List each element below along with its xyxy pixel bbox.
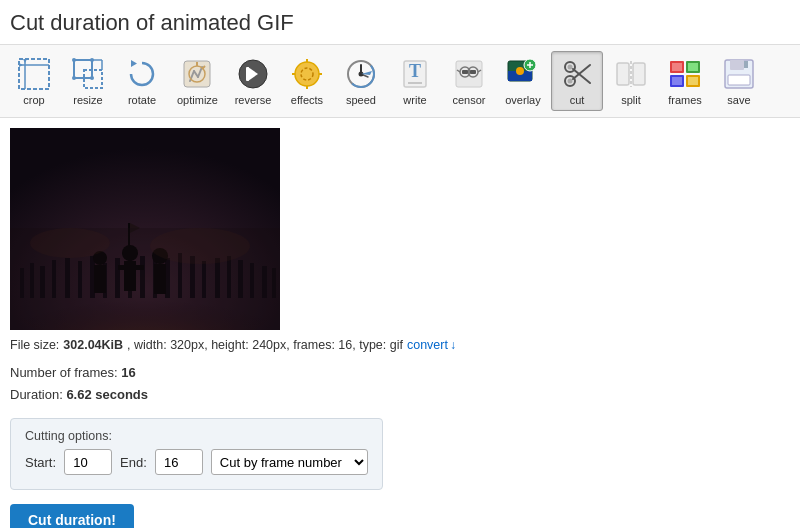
censor-icon xyxy=(451,56,487,92)
convert-link[interactable]: convert ↓ xyxy=(407,338,456,352)
frames-stat-label: Number of frames: xyxy=(10,365,121,380)
speed-icon xyxy=(343,56,379,92)
tool-write[interactable]: T write xyxy=(389,51,441,111)
rotate-label: rotate xyxy=(128,94,156,106)
svg-rect-68 xyxy=(688,63,698,71)
frames-stat-value: 16 xyxy=(121,365,135,380)
frames-stat: Number of frames: 16 xyxy=(10,362,790,384)
svg-point-11 xyxy=(72,76,76,80)
svg-rect-46 xyxy=(470,70,476,74)
tool-split[interactable]: split xyxy=(605,51,657,111)
svg-point-9 xyxy=(72,58,76,62)
optimize-icon xyxy=(179,56,215,92)
svg-rect-23 xyxy=(246,67,249,81)
split-label: split xyxy=(621,94,641,106)
start-input[interactable] xyxy=(64,449,112,475)
tool-cut[interactable]: cut xyxy=(551,51,603,111)
stats: Number of frames: 16 Duration: 6.62 seco… xyxy=(10,362,790,406)
svg-marker-3 xyxy=(23,59,27,63)
cutting-options-label: Cutting options: xyxy=(25,429,368,443)
censor-label: censor xyxy=(452,94,485,106)
frames-label: frames xyxy=(668,94,702,106)
main-content: File size: 302.04KiB , width: 320px, hei… xyxy=(0,118,800,528)
end-input[interactable] xyxy=(155,449,203,475)
duration-stat: Duration: 6.62 seconds xyxy=(10,384,790,406)
tool-save[interactable]: save xyxy=(713,51,765,111)
svg-point-10 xyxy=(90,58,94,62)
end-label: End: xyxy=(120,455,147,470)
save-label: save xyxy=(727,94,750,106)
svg-rect-70 xyxy=(688,77,698,85)
write-icon: T xyxy=(397,56,433,92)
svg-rect-60 xyxy=(617,63,629,85)
cut-label: cut xyxy=(570,94,585,106)
toolbar: crop resize rotate xyxy=(0,45,800,118)
gif-canvas xyxy=(10,128,280,330)
svg-rect-67 xyxy=(672,63,682,71)
svg-rect-74 xyxy=(728,75,750,85)
file-size-label: File size: xyxy=(10,338,59,352)
reverse-label: reverse xyxy=(235,94,272,106)
tool-optimize[interactable]: optimize xyxy=(170,51,225,111)
cut-duration-button[interactable]: Cut duration! xyxy=(10,504,134,528)
svg-marker-4 xyxy=(19,63,23,67)
svg-point-12 xyxy=(90,76,94,80)
cut-mode-select[interactable]: Cut by frame number Cut by time (seconds… xyxy=(211,449,368,475)
gif-preview xyxy=(10,128,280,330)
svg-rect-69 xyxy=(672,77,682,85)
crop-icon xyxy=(16,56,52,92)
svg-point-24 xyxy=(295,62,319,86)
resize-label: resize xyxy=(73,94,102,106)
cutting-row: Start: End: Cut by frame number Cut by t… xyxy=(25,449,368,475)
file-details: , width: 320px, height: 240px, frames: 1… xyxy=(127,338,403,352)
convert-label: convert xyxy=(407,338,448,352)
svg-rect-45 xyxy=(462,70,468,74)
tool-speed[interactable]: speed xyxy=(335,51,387,111)
effects-label: effects xyxy=(291,94,323,106)
reverse-icon xyxy=(235,56,271,92)
crop-label: crop xyxy=(23,94,44,106)
frames-icon xyxy=(667,56,703,92)
convert-icon: ↓ xyxy=(450,338,456,352)
split-icon xyxy=(613,56,649,92)
page-title: Cut duration of animated GIF xyxy=(0,0,800,45)
svg-rect-61 xyxy=(633,63,645,85)
tool-censor[interactable]: censor xyxy=(443,51,495,111)
tool-resize[interactable]: resize xyxy=(62,51,114,111)
speed-label: speed xyxy=(346,94,376,106)
file-size-value: 302.04KiB xyxy=(63,338,123,352)
cut-icon xyxy=(559,56,595,92)
svg-rect-72 xyxy=(730,60,744,70)
svg-point-56 xyxy=(567,79,572,84)
overlay-label: overlay xyxy=(505,94,540,106)
write-label: write xyxy=(403,94,426,106)
rotate-icon xyxy=(124,56,160,92)
file-info: File size: 302.04KiB , width: 320px, hei… xyxy=(10,338,790,352)
svg-point-57 xyxy=(567,65,572,70)
svg-point-111 xyxy=(150,228,250,264)
tool-crop[interactable]: crop xyxy=(8,51,60,111)
svg-marker-13 xyxy=(131,60,137,67)
tool-reverse[interactable]: reverse xyxy=(227,51,279,111)
effects-icon xyxy=(289,56,325,92)
duration-stat-label: Duration: xyxy=(10,387,66,402)
tool-frames[interactable]: frames xyxy=(659,51,711,111)
cutting-options-box: Cutting options: Start: End: Cut by fram… xyxy=(10,418,383,490)
resize-icon xyxy=(70,56,106,92)
start-label: Start: xyxy=(25,455,56,470)
svg-rect-0 xyxy=(19,59,49,89)
duration-stat-value: 6.62 seconds xyxy=(66,387,148,402)
tool-overlay[interactable]: overlay xyxy=(497,51,549,111)
svg-point-110 xyxy=(30,228,110,258)
svg-text:T: T xyxy=(409,61,421,81)
svg-point-50 xyxy=(516,67,524,75)
optimize-label: optimize xyxy=(177,94,218,106)
save-icon xyxy=(721,56,757,92)
overlay-icon xyxy=(505,56,541,92)
tool-rotate[interactable]: rotate xyxy=(116,51,168,111)
svg-rect-73 xyxy=(744,61,748,68)
svg-rect-49 xyxy=(508,77,532,81)
tool-effects[interactable]: effects xyxy=(281,51,333,111)
